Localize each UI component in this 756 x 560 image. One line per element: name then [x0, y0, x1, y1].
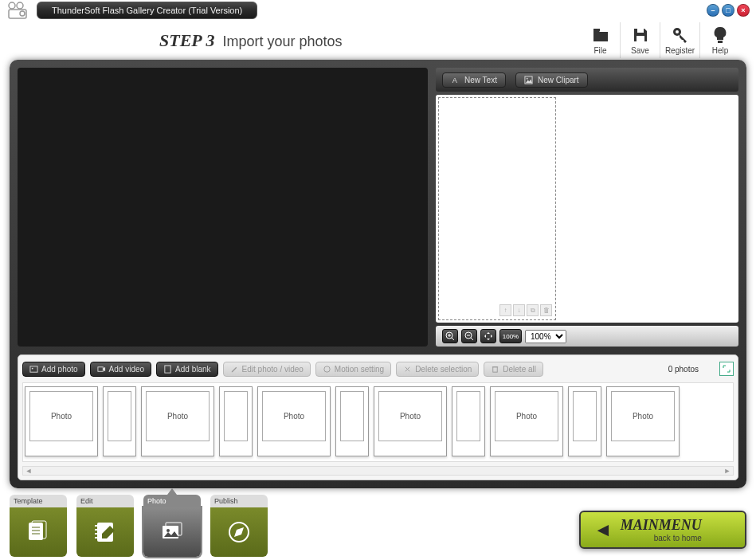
photo-placeholder[interactable]: Photo — [374, 386, 447, 456]
title-bar: ThunderSoft Flash Gallery Creator (Trial… — [0, 0, 756, 22]
blank-icon — [163, 365, 172, 374]
photo-placeholder[interactable] — [568, 386, 601, 456]
edit-photo-button[interactable]: Edit photo / video — [223, 362, 311, 377]
svg-rect-20 — [493, 366, 498, 371]
nav-tab-template[interactable]: Template — [10, 495, 67, 557]
svg-point-26 — [166, 529, 170, 532]
zoom-in-button[interactable] — [442, 329, 458, 343]
nav-tab-publish[interactable]: Publish — [210, 495, 268, 557]
photo-placeholder[interactable]: Photo — [490, 386, 563, 456]
photo-placeholder[interactable] — [219, 386, 253, 456]
zoom-out-button[interactable] — [461, 329, 477, 343]
scroll-left-icon[interactable]: ◄ — [23, 467, 34, 475]
step-number: STEP 3 — [159, 30, 214, 51]
step-heading: STEP 3 Import your photos — [159, 30, 343, 51]
text-list[interactable]: ↑ ↓ ⧉ 🗑 — [438, 97, 556, 320]
photo-scrollbar[interactable]: ◄ ► — [22, 466, 734, 476]
mainmenu-button[interactable]: ◄ MAINMENU back to home — [579, 511, 746, 549]
zoom-in-icon — [445, 331, 455, 341]
new-clipart-button[interactable]: New Clipart — [515, 72, 588, 88]
delete-icon — [403, 365, 412, 374]
register-button[interactable]: Register — [660, 22, 700, 58]
motion-icon — [323, 365, 331, 374]
edit-icon — [230, 365, 239, 374]
svg-rect-4 — [593, 29, 600, 31]
video-icon — [97, 365, 106, 374]
save-button[interactable]: Save — [621, 22, 660, 58]
photo-placeholder[interactable]: Photo — [257, 386, 331, 456]
photo-placeholder[interactable]: Photo — [141, 386, 214, 456]
svg-point-8 — [676, 30, 679, 33]
fullscreen-button[interactable] — [719, 362, 734, 376]
svg-rect-21 — [29, 523, 43, 540]
svg-rect-15 — [30, 366, 37, 372]
delete-all-button[interactable]: Delete all — [484, 362, 543, 377]
text-preview — [558, 95, 738, 323]
close-button[interactable]: × — [737, 4, 750, 17]
app-title: ThunderSoft Flash Gallery Creator (Trial… — [37, 2, 257, 19]
svg-point-19 — [324, 366, 330, 372]
svg-point-0 — [9, 2, 15, 9]
svg-rect-17 — [98, 366, 103, 371]
zoom-out-icon — [464, 331, 474, 341]
photo-list[interactable]: Photo Photo Photo Photo Photo Photo — [22, 382, 734, 462]
text-icon: A — [451, 76, 460, 84]
svg-rect-5 — [637, 29, 644, 33]
photo-count: 0 photos — [668, 365, 699, 374]
svg-text:A: A — [452, 76, 458, 84]
text-panel: ↑ ↓ ⧉ 🗑 — [436, 95, 738, 323]
help-button[interactable]: Help — [700, 22, 740, 58]
trash-icon: 🗑 — [540, 304, 552, 316]
move-up-icon: ↑ — [499, 304, 511, 316]
content-panel: A New Text New Clipart ↑ ↓ ⧉ 🗑 — [10, 60, 746, 488]
photo-shelf: Add photo Add video Add blank Edit photo… — [18, 354, 738, 480]
publish-icon — [225, 518, 253, 546]
move-icon — [484, 331, 493, 341]
svg-rect-18 — [165, 366, 170, 373]
photo-placeholder[interactable] — [452, 386, 485, 456]
svg-point-3 — [20, 11, 25, 16]
key-icon — [671, 25, 690, 45]
svg-rect-6 — [637, 36, 644, 41]
arrow-left-icon: ◄ — [593, 519, 613, 541]
delete-selection-button[interactable]: Delete selection — [396, 362, 479, 377]
add-photo-button[interactable]: Add photo — [22, 362, 85, 377]
maximize-button[interactable]: □ — [722, 4, 734, 17]
svg-point-12 — [527, 77, 528, 79]
notebook-icon — [91, 518, 119, 546]
zoom-100-button[interactable]: 100% — [499, 329, 522, 343]
expand-icon — [723, 365, 731, 373]
zoom-select[interactable]: 100% — [525, 330, 566, 343]
svg-point-1 — [17, 2, 23, 9]
preview-canvas[interactable] — [18, 68, 428, 347]
photo-placeholder[interactable] — [335, 386, 369, 456]
step-label: Import your photos — [222, 33, 342, 50]
photo-placeholder[interactable] — [103, 386, 136, 456]
add-video-button[interactable]: Add video — [90, 362, 151, 377]
motion-setting-button[interactable]: Motion setting — [315, 362, 391, 377]
copy-icon: ⧉ — [527, 304, 539, 316]
svg-point-16 — [32, 367, 33, 369]
pan-button[interactable] — [480, 329, 496, 343]
zoom-toolbar: 100% 100% — [436, 326, 738, 347]
folder-icon — [591, 25, 610, 45]
nav-tab-edit[interactable]: Edit — [76, 495, 134, 557]
new-text-button[interactable]: A New Text — [442, 72, 506, 88]
bottom-nav: Template Edit Photo Publish ◄ MAINMENU b… — [10, 495, 746, 557]
move-down-icon: ↓ — [513, 304, 525, 316]
photo-icon — [29, 365, 38, 374]
photos-icon — [158, 518, 186, 546]
file-button[interactable]: File — [581, 22, 621, 58]
lightbulb-icon — [711, 25, 730, 45]
photo-placeholder[interactable]: Photo — [606, 386, 680, 456]
svg-rect-9 — [718, 41, 723, 43]
nav-tab-photo[interactable]: Photo — [143, 495, 201, 557]
svg-rect-2 — [9, 10, 26, 18]
add-blank-button[interactable]: Add blank — [156, 362, 217, 377]
scroll-right-icon[interactable]: ► — [722, 467, 733, 475]
save-icon — [631, 25, 650, 45]
clipart-icon — [524, 76, 533, 84]
delete-all-icon — [491, 365, 499, 374]
photo-placeholder[interactable]: Photo — [25, 386, 98, 456]
minimize-button[interactable]: – — [707, 4, 719, 17]
